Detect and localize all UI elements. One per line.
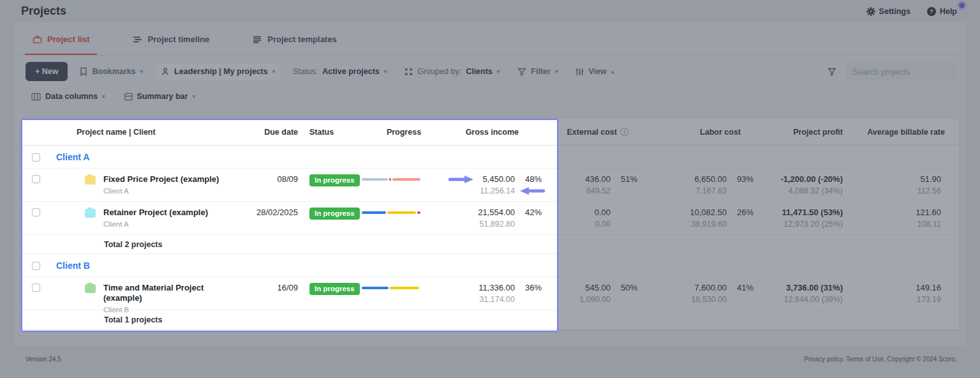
- filter-button[interactable]: Filter ▾: [512, 63, 563, 80]
- col-external-cost[interactable]: External cost i: [542, 128, 637, 137]
- col-labor-cost[interactable]: Labor cost: [637, 128, 754, 137]
- table-row: Time and Material Project (example) Clie…: [21, 277, 959, 310]
- rate-sub: 173.19: [843, 294, 941, 305]
- external-cost-cell: 0.00 0.00: [542, 208, 611, 229]
- gross-sub: 51,892.80: [446, 219, 515, 229]
- projects-table: Project name | Client Due date Status Pr…: [21, 119, 959, 329]
- col-project-profit[interactable]: Project profit: [754, 128, 843, 137]
- tab-bar: Project list Project timeline Project te…: [13, 22, 966, 56]
- settings-label: Settings: [879, 7, 910, 16]
- chevron-down-icon: ▾: [102, 93, 105, 100]
- group-total-label: Total 2 projects: [104, 240, 162, 249]
- toolbar-row-2: Data columns ▾ Summary bar ▾: [13, 85, 966, 112]
- bookmarks-button[interactable]: Bookmarks ▾: [74, 63, 149, 80]
- labor-pct: 41%: [727, 283, 754, 293]
- profit-main: 3,736.00 (31%): [754, 283, 843, 293]
- new-button[interactable]: + New: [26, 62, 68, 81]
- ext-main: 545.00: [542, 283, 611, 293]
- version-label: Version 24.5: [26, 356, 61, 363]
- chevron-down-icon: ▾: [272, 68, 276, 75]
- col-external-cost-label: External cost: [567, 128, 617, 137]
- search-filter-button[interactable]: [823, 63, 841, 80]
- timeline-icon: [133, 36, 142, 43]
- settings-button[interactable]: Settings: [866, 7, 910, 16]
- group-row-client-a: Client A: [21, 146, 959, 169]
- due-date: 16/09: [242, 283, 298, 293]
- profit-main: 11,471.50 (53%): [754, 208, 843, 218]
- col-status[interactable]: Status: [298, 128, 362, 137]
- bookmark-icon: [80, 67, 87, 76]
- table-header-row: Project name | Client Due date Status Pr…: [21, 119, 959, 146]
- col-due-date[interactable]: Due date: [242, 128, 298, 137]
- group-checkbox[interactable]: [32, 262, 40, 270]
- filter-label: Filter: [531, 67, 551, 76]
- help-button[interactable]: ? Help: [927, 7, 957, 16]
- group-checkbox[interactable]: [32, 153, 40, 162]
- project-name[interactable]: Time and Material Project (example): [103, 283, 242, 303]
- chevron-down-icon: ▾: [555, 68, 558, 75]
- view-button[interactable]: View ▴: [570, 63, 620, 80]
- row-checkbox[interactable]: [32, 175, 40, 183]
- chevron-down-icon: ▾: [497, 68, 500, 75]
- labor-main: 6,650.00: [637, 174, 727, 185]
- project-folder-icon: [85, 209, 96, 218]
- ext-main: 0.00: [542, 208, 611, 218]
- status-badge[interactable]: In progress: [309, 208, 360, 220]
- project-client: Client B: [103, 305, 242, 315]
- billable-rate-cell: 121.60 108.11: [843, 208, 959, 229]
- info-icon[interactable]: i: [620, 128, 628, 136]
- labor-sub: 7,167.83: [637, 186, 727, 196]
- scope-label: Leadership | My projects: [174, 67, 268, 76]
- search-input[interactable]: [846, 62, 956, 81]
- labor-cost-cell: 6,650.00 7,167.83: [637, 174, 727, 196]
- row-checkbox[interactable]: [32, 284, 40, 292]
- labor-sub: 38,919.60: [637, 219, 727, 229]
- gross-income-cell: 11,336.00 31,174.00: [446, 283, 515, 305]
- profit-sub: 12,973.20 (25%): [754, 219, 843, 229]
- col-project-name[interactable]: Project name | Client: [50, 128, 242, 137]
- col-gross-income[interactable]: Gross income: [446, 128, 542, 137]
- tab-project-timeline[interactable]: Project timeline: [125, 34, 217, 55]
- grouped-by-selector[interactable]: Grouped by: Clients ▾: [399, 63, 505, 80]
- project-name[interactable]: Fixed Price Project (example): [103, 174, 219, 185]
- grouped-value: Clients: [466, 67, 493, 76]
- billable-rate-cell: 149.16 173.19: [843, 283, 959, 305]
- col-average-billable-rate[interactable]: Average billable rate: [843, 128, 959, 137]
- progress-bar: [362, 178, 420, 181]
- rate-main: 121.60: [843, 208, 941, 218]
- summary-bar-button[interactable]: Summary bar ▾: [119, 87, 201, 105]
- gross-sub: 11,256.14: [446, 186, 515, 196]
- project-profit-cell: 11,471.50 (53%) 12,973.20 (25%): [754, 208, 843, 229]
- project-name[interactable]: Retainer Project (example): [103, 208, 208, 218]
- top-header: Projects Settings ? Help: [0, 0, 980, 22]
- view-label: View: [588, 67, 606, 76]
- group-total-label: Total 1 projects: [104, 315, 162, 324]
- client-link[interactable]: Client A: [56, 152, 89, 162]
- scope-selector[interactable]: Leadership | My projects ▾: [155, 63, 281, 80]
- row-checkbox[interactable]: [32, 208, 40, 216]
- progress-bar: [362, 211, 420, 214]
- page-footer: Version 24.5 Privacy policy. Terms of Us…: [26, 356, 957, 363]
- status-selector[interactable]: Status: Active projects ▾: [287, 63, 392, 80]
- status-badge[interactable]: In progress: [309, 283, 360, 295]
- chevron-up-icon: ▴: [611, 68, 614, 75]
- data-columns-button[interactable]: Data columns ▾: [26, 87, 111, 105]
- profit-sub: 4,088.32 (34%): [754, 186, 843, 196]
- legal-links[interactable]: Privacy policy. Terms of Use. Copyright …: [804, 356, 957, 363]
- tab-project-templates[interactable]: Project templates: [245, 34, 344, 55]
- page-title: Projects: [21, 4, 66, 18]
- view-sliders-icon: [575, 68, 584, 76]
- ext-sub: 849.52: [542, 186, 611, 196]
- templates-icon: [253, 36, 262, 43]
- ext-sub: 0.00: [542, 219, 611, 229]
- client-link[interactable]: Client B: [56, 261, 90, 271]
- project-folder-icon: [85, 176, 96, 185]
- gross-sub: 31,174.00: [446, 294, 515, 305]
- col-progress[interactable]: Progress: [362, 128, 446, 137]
- status-prefix: Status:: [293, 67, 318, 76]
- tab-project-list[interactable]: Project list: [25, 34, 97, 55]
- data-columns-label: Data columns: [45, 92, 98, 101]
- columns-icon: [31, 93, 41, 101]
- external-cost-cell: 436.00 849.52: [542, 174, 611, 196]
- status-badge[interactable]: In progress: [309, 174, 360, 186]
